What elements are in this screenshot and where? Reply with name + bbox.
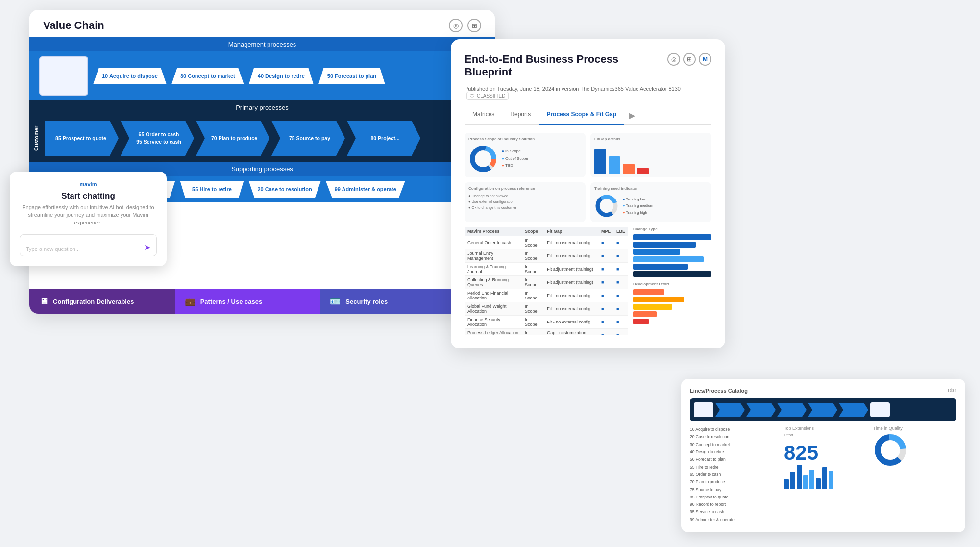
process-item: 95 Service to cash [690,508,778,516]
bp-grid-icon[interactable]: ⊞ [683,53,696,66]
process-item: 50 Forecast to plan [690,456,778,463]
process-item: 10 Acquire to dispose [690,426,778,433]
mgmt-item-40[interactable]: 40 Design to retire [249,68,314,84]
table-row: Journal Entry ManagementIn ScopeFit - no… [465,249,628,262]
arrow-project[interactable]: 80 Project... [347,121,420,156]
panel-title: Value Chain [43,19,104,32]
col-fitgap: Fit Gap [544,227,598,236]
mini-right-box [870,402,890,417]
mini-bar [784,479,789,489]
chat-send-button[interactable]: ➤ [144,243,150,252]
dashboard-panel: Lines/Process Catalog Risk 10 Acquire to… [681,379,965,532]
chat-input-area: Type a new question... ➤ [20,234,157,256]
mgmt-item-50[interactable]: 50 Forecast to plan [318,68,385,84]
config-icon: 🖥 [39,297,48,307]
bar-mini-chart [784,465,867,489]
tab-reports[interactable]: Reports [502,107,539,125]
table-row: Process Ledger Allocation RuleIn ScopeGa… [465,328,628,335]
col-lbe: LBE [613,227,628,236]
tab-more-arrow[interactable]: ▶ [624,107,640,124]
bar-4 [633,256,704,262]
mgmt-item-10[interactable]: 10 Acquire to dispose [93,68,167,84]
vc-left-box [39,56,88,96]
dash-donut: Time in Quality [873,426,956,469]
tab-matrices[interactable]: Matrices [465,107,502,125]
bp-m-icon[interactable]: M [699,53,711,66]
bar-3 [633,249,680,255]
patterns-button[interactable]: 💼 Patterns / Use cases [175,289,320,314]
mini-bar [822,467,827,489]
effort-bar-5 [633,319,649,324]
process-list: 10 Acquire to dispose 20 Case to resolut… [690,426,778,523]
bp-tabs: Matrices Reports Process Scope & Fit Gap… [465,107,711,125]
shield-icon: 🛡 [470,93,475,99]
bar-5 [633,264,688,270]
config-label: Configuration Deliverables [53,298,134,305]
dev-effort-label: Development Effort [633,282,711,286]
mini-bar [797,465,802,489]
support-hire[interactable]: 55 Hire to retire [180,181,244,198]
chart-scope: Process Scope of Industry Solution ● In … [465,133,586,177]
value-chain-panel: Value Chain ◎ ⊞ Management processes 10 … [29,10,495,314]
col-link: MPL [598,227,613,236]
tab-process-scope[interactable]: Process Scope & Fit Gap [539,107,624,125]
mgmt-processes-row: 10 Acquire to dispose 30 Concept to mark… [29,51,495,100]
change-type-chart: Change Type Development Effort [633,227,711,335]
support-case[interactable]: 20 Case to resolution [248,181,320,198]
mgmt-item-30[interactable]: 30 Concept to market [172,68,244,84]
bar-1 [633,234,711,240]
blueprint-panel: End-to-End Business Process Blueprint ◎ … [451,39,725,348]
mini-bar [816,478,821,489]
arrow-order[interactable]: 65 Order to cash 95 Service to cash [121,121,194,156]
chart-config-label: Configuration on process reference [468,186,582,191]
process-item: 85 Prospect to quote [690,494,778,501]
arrow-source[interactable]: 75 Source to pay [271,121,345,156]
mini-value-chain [690,398,956,421]
arrow-prospect[interactable]: 85 Prospect to quote [45,121,119,156]
process-item: 70 Plan to produce [690,478,778,486]
arrow-plan[interactable]: 70 Plan to produce [196,121,270,156]
security-label: Security roles [345,298,388,305]
bar-6 [633,271,711,277]
process-item: 90 Record to report [690,501,778,508]
security-roles-button[interactable]: 🪪 Security roles [320,289,466,314]
dash-header: Lines/Process Catalog Risk [690,388,956,394]
table-row: General Order to cashIn ScopeFit - no ex… [465,236,628,249]
process-item: 40 Design to retire [690,448,778,456]
dash-donut-svg [873,433,907,467]
bottom-buttons: 🖥 Configuration Deliverables 💼 Patterns … [29,289,495,314]
process-item: 55 Hire to retire [690,464,778,471]
time-quality-label: Time in Quality [873,426,956,431]
bp-table-container[interactable]: Mavim Process Scope Fit Gap MPL LBE Gene… [465,227,628,335]
process-item: 65 Order to cash [690,471,778,478]
mini-bar [790,472,795,489]
bp-target-icon[interactable]: ◎ [667,53,680,66]
config-deliverables-button[interactable]: 🖥 Configuration Deliverables [29,289,175,314]
big-number: 825 [784,441,867,465]
grid-icon[interactable]: ⊞ [467,19,481,32]
dash-title-label: Lines/Process Catalog [690,388,748,394]
effort-bar-4 [633,311,657,317]
bar-2 [633,242,696,248]
chat-title: Start chatting [20,191,157,201]
chart-scope-label: Process Scope of Industry Solution [468,137,582,141]
security-icon: 🪪 [330,296,341,307]
support-admin[interactable]: 99 Administer & operate [326,181,405,198]
col-scope: Scope [522,227,544,236]
effort-bar-2 [633,297,684,302]
chart-config: Configuration on process reference ● Cha… [465,182,586,222]
process-item: 30 Concept to market [690,441,778,448]
mini-bar [803,475,808,489]
customer-label: Customer [29,119,43,158]
chat-desc: Engage effortlessly with our intuitive A… [20,204,157,226]
process-item: 20 Case to resolution [690,433,778,441]
effort-bar-3 [633,304,672,310]
table-row: Finance Security AllocationIn ScopeFit -… [465,315,628,328]
chat-logo: mavim [20,181,157,187]
mini-left-box [694,402,713,417]
dash-metrics: Top Extensions Effort 825 [784,426,867,489]
patterns-label: Patterns / Use cases [200,298,262,305]
panel-icons: ◎ ⊞ [449,19,481,32]
target-icon[interactable]: ◎ [449,19,463,32]
top-extensions-label: Top Extensions [784,426,867,431]
